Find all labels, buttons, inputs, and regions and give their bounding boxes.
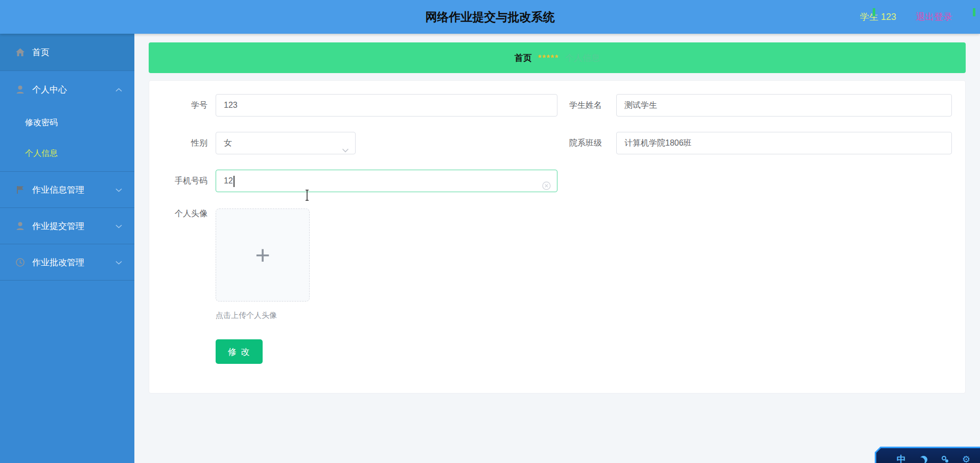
ime-chinese-mode-icon[interactable]: 中 bbox=[897, 455, 906, 463]
department-class-input[interactable] bbox=[616, 132, 952, 154]
breadcrumb-home[interactable]: 首页 bbox=[515, 52, 532, 64]
user-icon bbox=[15, 85, 25, 95]
breadcrumb-current: 个人信息 bbox=[565, 52, 600, 64]
app-header: 网络作业提交与批改系统 学生 123 退出登录 bbox=[0, 0, 980, 34]
flag-icon bbox=[15, 185, 25, 195]
student-id-input[interactable] bbox=[216, 94, 557, 117]
sidebar-subitem-change-password[interactable]: 修改密码 bbox=[0, 108, 134, 137]
user-icon bbox=[15, 221, 25, 231]
clear-input-icon[interactable] bbox=[542, 177, 551, 198]
sidebar: 首页 个人中心 修改密码 个人信息 作业信息管理 作业提交管理 bbox=[0, 34, 134, 463]
breadcrumb-stars: ***** bbox=[538, 53, 559, 63]
header-right-group: 学生 123 退出登录 bbox=[860, 0, 952, 34]
sidebar-item-label: 首页 bbox=[32, 47, 50, 58]
profile-form-card: 学号 学生姓名 性别 女 院系班级 手机号码 12 个人头像 + bbox=[149, 80, 966, 393]
sidebar-item-homework-info[interactable]: 作业信息管理 bbox=[0, 172, 134, 207]
sidebar-item-label: 作业提交管理 bbox=[32, 220, 84, 232]
avatar-label: 个人头像 bbox=[149, 207, 207, 220]
avatar-upload-hint: 点击上传个人头像 bbox=[216, 311, 277, 320]
current-user-label: 学生 123 bbox=[860, 11, 896, 23]
sidebar-item-label: 个人中心 bbox=[32, 84, 67, 96]
department-class-label: 院系班级 bbox=[544, 132, 602, 154]
phone-value: 12 bbox=[224, 176, 233, 185]
ime-skin-accent-right bbox=[973, 8, 975, 16]
phone-label: 手机号码 bbox=[149, 170, 207, 192]
sidebar-item-homework-review[interactable]: 作业批改管理 bbox=[0, 244, 134, 280]
modify-submit-button[interactable]: 修 改 bbox=[216, 339, 263, 364]
plus-icon: + bbox=[255, 242, 270, 268]
clock-icon bbox=[15, 258, 25, 267]
home-icon bbox=[15, 48, 25, 57]
student-name-label: 学生姓名 bbox=[544, 94, 602, 117]
breadcrumb: 首页 ***** 个人信息 bbox=[149, 42, 966, 73]
student-id-label: 学号 bbox=[149, 94, 207, 117]
chevron-down-icon bbox=[115, 221, 122, 231]
sidebar-item-personal-center[interactable]: 个人中心 bbox=[0, 71, 134, 108]
sidebar-subitem-personal-info[interactable]: 个人信息 bbox=[0, 137, 134, 169]
phone-input[interactable]: 12 bbox=[216, 170, 557, 192]
text-caret bbox=[234, 176, 235, 187]
logout-link[interactable]: 退出登录 bbox=[916, 11, 952, 23]
ime-toolbar-body: 中 ⚙ bbox=[876, 448, 980, 463]
page-title: 网络作业提交与批改系统 bbox=[0, 0, 980, 34]
sidebar-item-home[interactable]: 首页 bbox=[0, 34, 134, 71]
gear-icon[interactable]: ⚙ bbox=[962, 455, 970, 463]
mouse-ibeam-cursor bbox=[304, 189, 311, 201]
gender-select[interactable]: 女 bbox=[216, 132, 356, 154]
chevron-down-icon bbox=[115, 184, 122, 195]
sidebar-item-label: 作业批改管理 bbox=[32, 257, 84, 268]
sidebar-subitem-label: 修改密码 bbox=[25, 118, 58, 128]
chevron-down-icon bbox=[342, 140, 349, 161]
student-name-input[interactable] bbox=[616, 94, 952, 117]
ime-toolbar-frame: 中 ⚙ bbox=[875, 447, 980, 463]
sidebar-item-label: 作业信息管理 bbox=[32, 184, 84, 196]
sidebar-item-homework-submit[interactable]: 作业提交管理 bbox=[0, 208, 134, 244]
gender-label: 性别 bbox=[149, 132, 207, 154]
main-content: 首页 ***** 个人信息 学号 学生姓名 性别 女 院系班级 手机号码 12 bbox=[134, 34, 980, 463]
sidebar-divider bbox=[0, 280, 134, 281]
chevron-down-icon bbox=[115, 257, 122, 267]
chevron-up-icon bbox=[115, 84, 122, 95]
moon-icon[interactable] bbox=[920, 456, 927, 463]
ime-toolbar[interactable]: 中 ⚙ bbox=[875, 447, 980, 463]
punctuation-icon[interactable] bbox=[941, 455, 948, 463]
ime-skin-accent-left bbox=[873, 8, 875, 16]
avatar-upload-box[interactable]: + bbox=[216, 209, 310, 302]
gender-selected-value: 女 bbox=[224, 138, 232, 147]
sidebar-subitem-label: 个人信息 bbox=[25, 148, 58, 159]
